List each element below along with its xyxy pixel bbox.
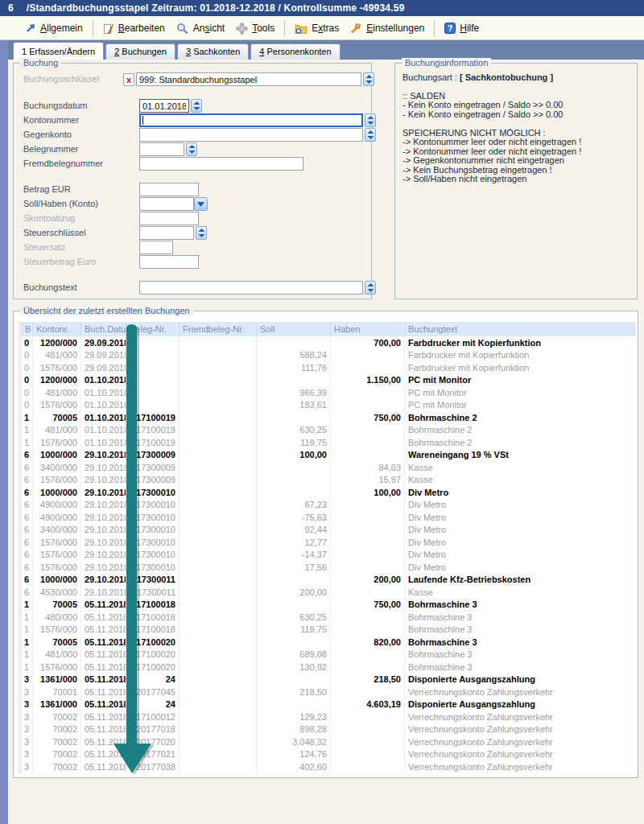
table-row[interactable]: 37000205.11.201817100012129,23Verrechnun… [18,711,635,723]
cell: 05.11.2018 [81,624,126,637]
spinner-icon[interactable] [186,142,197,156]
cell: Disponierte Ausgangszahlung [405,698,635,711]
spinner-icon[interactable] [365,128,376,142]
menu-separator [284,20,285,36]
table-row[interactable]: 1481/00001.10.201817100019630,25Bohrmasc… [18,424,635,437]
cell: 29.10.2018 [81,561,126,574]
dropdown-icon[interactable] [194,197,208,211]
column-header-fremdbelegnr[interactable]: Fremdbeleg-Nr. [180,322,257,336]
cell [257,474,331,487]
sollhaben-input[interactable] [139,197,194,211]
cell [331,723,405,736]
column-header-buchungtext[interactable]: Buchungtext [405,322,635,336]
table-row[interactable]: 31361/00005.11.2018244.603,19Disponierte… [18,698,635,711]
table-row[interactable]: 17000501.10.201817100019750,00Bohrmaschi… [18,411,635,424]
menu-item-hilfe[interactable]: ?Hilfe [439,21,485,35]
steuersatz-input[interactable] [139,241,173,254]
steuerbetrag-input[interactable] [139,255,199,269]
kontonummer-input[interactable] [139,113,363,127]
cell: 130,92 [257,661,331,674]
betrag-input[interactable] [139,183,199,196]
menu-item-extras[interactable]: Extras [289,21,345,35]
tab-sachkonten[interactable]: 3 Sachkonten [177,43,249,60]
cell [180,574,257,587]
fremdbelegnummer-input[interactable] [139,157,303,171]
table-row[interactable]: 11576/00001.10.201817100019119,75Bohrmas… [18,436,635,449]
buchungsdatum-input[interactable] [139,99,189,113]
tab-erfassen-ändern[interactable]: 1 Erfassen/Ändern [13,42,104,60]
table-row[interactable]: 1480/00005.11.201817100018630,25Bohrmasc… [18,611,635,624]
spinner-icon[interactable] [365,113,376,127]
table-row[interactable]: 61576/00029.10.201817300010-14,37Div Met… [18,549,635,562]
cell: 70002 [33,760,81,773]
tab-personenkonten[interactable]: 4 Personenkonten [250,43,340,60]
buchungsschluessel-input[interactable] [136,72,361,86]
cell: 0 [22,336,33,349]
cell: 6 [22,574,33,587]
column-header-kontonr[interactable]: Kontonr. [33,322,81,336]
table-row[interactable]: 01576/00001.10.2018183,61PC mit Monitor [18,399,635,412]
buchungstext-input[interactable] [139,281,363,295]
table-row[interactable]: 64900/00029.10.20181730001067,23Div Metr… [18,499,635,512]
column-header-belegnr[interactable]: Beleg-Nr. [126,322,180,336]
table-row[interactable]: 1481/00005.11.201817100020689,08Bohrmasc… [18,649,635,661]
menu-item-tools[interactable]: Tools [230,21,280,36]
table-row[interactable]: 11576/00005.11.201817100018119,75Bohrmas… [18,624,635,637]
cell: 17300011 [126,574,180,587]
belegnummer-input[interactable] [139,142,184,156]
column-header-haben[interactable]: Haben [331,322,405,336]
table-row[interactable]: 37000205.11.201820177018898,28Verrechnun… [18,723,635,736]
table-row[interactable]: 37000205.11.2018201770203.048,32Verrechn… [18,735,635,748]
delete-x-icon[interactable]: x [123,73,134,86]
menu-item-einstellungen[interactable]: Einstellungen [345,21,430,35]
table-row[interactable]: 31361/00005.11.201824218,50Disponierte A… [18,674,635,686]
spinner-icon[interactable] [196,226,207,240]
cell [331,361,405,374]
table-row[interactable]: 61576/00029.10.20181730001012,77Div Metr… [18,536,635,549]
table-row[interactable]: 17000505.11.201817100018750,00Bohrmaschi… [18,599,635,612]
skontoabzug-input[interactable] [139,212,199,225]
table-row[interactable]: 61576/00029.10.20181730001017,56Div Metr… [18,561,635,574]
column-header-soll[interactable]: Soll [257,322,331,336]
table-row[interactable]: 01576/00029.09.2018111,76Farbdrucker mit… [18,361,635,374]
table-row[interactable]: 61576/00029.10.20181730000915,97Kasse [18,474,635,487]
spinner-icon[interactable] [191,99,202,113]
gegenkonto-input[interactable] [139,128,363,142]
steuerschluessel-input[interactable] [139,226,194,240]
table-row[interactable]: 37000205.11.201820177038402,60Verrechnun… [18,760,635,773]
cell: 481/000 [33,349,81,362]
cell: 183,61 [257,399,331,412]
table-row[interactable]: 61000/00029.10.201817300011200,00Laufend… [18,574,635,587]
menu-item-ansicht[interactable]: Ansicht [171,21,230,36]
table-row[interactable]: 01200/00001.10.20181.150,00PC mit Monito… [18,374,635,387]
table-row[interactable]: 63400/00029.10.20181730000984,03Kasse [18,461,635,474]
cell: 1 [22,424,33,437]
table-row[interactable]: 37000105.11.201820177045218,50Verrechnun… [18,686,635,698]
spinner-icon[interactable] [365,281,376,295]
table-row[interactable]: 63400/00029.10.20181730001092,44Div Metr… [18,524,635,537]
table-row[interactable]: 64900/00029.10.201817300010-75,63Div Met… [18,511,635,524]
menu-item-label: Ansicht [193,23,225,34]
menu-item-allgemein[interactable]: Allgemein [19,21,89,35]
table-row[interactable]: 61000/00029.10.201817300010100,00Div Met… [18,486,635,499]
table-row[interactable]: 01200/00029.09.2018700,00Farbdrucker mit… [18,336,635,349]
spinner-icon[interactable] [363,72,374,86]
table-row[interactable]: 11576/00005.11.201817100020130,92Bohrmas… [18,661,635,674]
cell [180,449,257,462]
tab-buchungen[interactable]: 2 Buchungen [105,43,175,60]
column-header-b[interactable]: B [22,322,33,336]
column-header-buchdatum[interactable]: Buch.Datum [81,322,126,336]
table-row[interactable]: 37000205.11.201820177021124,76Verrechnun… [18,748,635,761]
menu-item-bearbeiten[interactable]: Bearbeiten [97,21,171,36]
cell [180,624,257,637]
cell: -14,37 [257,549,331,562]
cell [126,361,180,374]
table-row[interactable]: 0481/00029.09.2018588,24Farbdrucker mit … [18,349,635,362]
text-cursor [142,116,143,125]
cell [331,760,405,773]
table-row[interactable]: 0481/00001.10.2018966,39PC mit Monitor [18,386,635,399]
cell: Laufende Kfz-Betriebskosten [405,574,635,587]
table-row[interactable]: 17000505.11.201817100020820,00Bohrmaschi… [18,636,635,649]
table-row[interactable]: 61000/00029.10.201817300009100,00Warenei… [18,449,635,462]
table-row[interactable]: 64530/00029.10.201817300011200,00Kasse [18,586,635,599]
